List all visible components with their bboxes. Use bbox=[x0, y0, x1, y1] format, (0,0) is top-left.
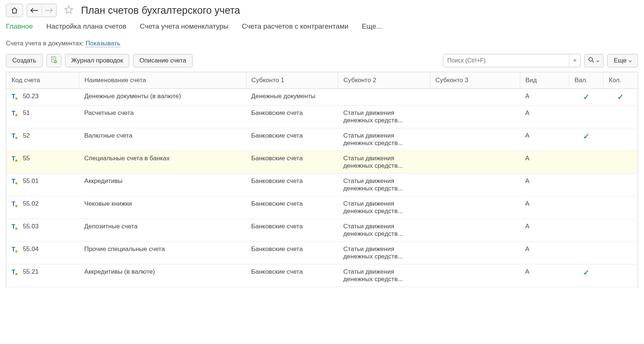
table-row[interactable]: Т55.01АккредитивыБанковские счетаСтатьи … bbox=[6, 174, 638, 196]
col-code[interactable]: Код счета bbox=[6, 72, 79, 89]
cell-qty bbox=[603, 106, 638, 128]
more-button[interactable]: Еще bbox=[607, 54, 638, 67]
accounts-table: Код счета Наименование счета Субконто 1 … bbox=[6, 72, 638, 287]
col-sub1[interactable]: Субконто 1 bbox=[246, 72, 338, 89]
col-val[interactable]: Вал. bbox=[569, 72, 603, 89]
journal-button[interactable]: Журнал проводок bbox=[65, 54, 130, 67]
close-icon: × bbox=[573, 57, 577, 64]
cell-sub3 bbox=[430, 196, 520, 219]
account-t-icon: Т bbox=[12, 224, 17, 230]
arrow-right-icon bbox=[45, 7, 53, 13]
cell-kind: А bbox=[520, 242, 569, 264]
cell-code: 55.03 bbox=[23, 223, 39, 230]
chevron-down-icon bbox=[596, 57, 599, 64]
cell-code: 51 bbox=[23, 109, 30, 117]
cell-kind: А bbox=[520, 174, 569, 196]
cell-sub1: Банковские счета bbox=[246, 264, 338, 287]
account-t-icon: Т bbox=[12, 93, 17, 100]
show-in-documents-link[interactable]: Показывать bbox=[85, 40, 120, 47]
cell-qty bbox=[603, 219, 638, 242]
table-row[interactable]: Т55.03Депозитные счетаБанковские счетаСт… bbox=[6, 219, 638, 242]
cell-name: Валютные счета bbox=[79, 128, 246, 151]
account-t-icon: Т bbox=[12, 178, 17, 184]
copy-icon bbox=[51, 56, 57, 65]
cell-val bbox=[569, 174, 603, 196]
svg-point-2 bbox=[589, 57, 593, 61]
cell-val bbox=[569, 106, 603, 128]
cell-name: Прочие специальные счета bbox=[79, 242, 246, 264]
table-row[interactable]: Т51Расчетные счетаБанковские счетаСтатьи… bbox=[6, 106, 638, 128]
copy-button[interactable] bbox=[46, 54, 61, 67]
account-t-icon: Т bbox=[12, 246, 17, 253]
table-row[interactable]: Т52Валютные счетаБанковские счетаСтатьи … bbox=[6, 128, 638, 151]
cell-name: Чековые книжки bbox=[79, 196, 246, 219]
back-button[interactable] bbox=[27, 4, 42, 17]
tab-counterparty[interactable]: Счета расчетов с контрагентами bbox=[242, 22, 349, 32]
account-t-icon: Т bbox=[12, 269, 17, 275]
cell-sub3 bbox=[430, 128, 520, 151]
favorite-button[interactable] bbox=[62, 4, 75, 17]
cell-val: ✓ bbox=[569, 89, 603, 106]
cell-code: 55.02 bbox=[23, 200, 39, 208]
col-name[interactable]: Наименование счета bbox=[79, 72, 246, 89]
cell-kind: А bbox=[520, 196, 569, 219]
cell-code: 55.04 bbox=[23, 245, 39, 253]
more-label: Еще bbox=[614, 57, 627, 64]
cell-name: Аккредитивы (в валюте) bbox=[79, 264, 246, 287]
search-icon bbox=[588, 57, 594, 65]
col-kind[interactable]: Вид bbox=[520, 72, 569, 89]
table-row[interactable]: Т50.23Денежные документы (в валюте)Денеж… bbox=[6, 89, 638, 106]
cell-qty bbox=[603, 242, 638, 264]
star-icon bbox=[64, 4, 74, 17]
cell-val bbox=[569, 242, 603, 264]
cell-sub2: Статьи движения денежных средств... bbox=[338, 151, 430, 174]
cell-qty: ✓ bbox=[603, 89, 638, 106]
cell-sub2: Статьи движения денежных средств... bbox=[338, 264, 430, 287]
cell-sub1: Банковские счета bbox=[246, 174, 338, 196]
table-row[interactable]: Т55.04Прочие специальные счетаБанковские… bbox=[6, 242, 638, 264]
cell-sub2 bbox=[338, 89, 430, 106]
cell-sub3 bbox=[430, 89, 520, 106]
tab-bar: Главное Настройка плана счетов Счета уче… bbox=[6, 22, 638, 32]
checkmark-icon: ✓ bbox=[583, 132, 590, 141]
cell-qty bbox=[603, 196, 638, 219]
cell-sub3 bbox=[430, 219, 520, 242]
search-button[interactable] bbox=[584, 54, 603, 67]
account-description-button[interactable]: Описание счета bbox=[133, 54, 192, 67]
cell-qty bbox=[603, 174, 638, 196]
toolbar: Создать Журнал проводок Описание счета × bbox=[6, 54, 638, 67]
cell-sub2: Статьи движения денежных средств... bbox=[338, 242, 430, 264]
tab-main[interactable]: Главное bbox=[6, 22, 33, 32]
create-button[interactable]: Создать bbox=[6, 54, 43, 67]
home-button[interactable] bbox=[6, 4, 23, 17]
cell-val bbox=[569, 219, 603, 242]
cell-sub1: Банковские счета bbox=[246, 242, 338, 264]
search-box: × bbox=[443, 54, 580, 67]
checkmark-icon: ✓ bbox=[583, 268, 590, 277]
table-row[interactable]: Т55.21Аккредитивы (в валюте)Банковские с… bbox=[6, 264, 638, 287]
cell-kind: А bbox=[520, 264, 569, 287]
col-sub3[interactable]: Субконто 3 bbox=[430, 72, 520, 89]
tab-setup[interactable]: Настройка плана счетов bbox=[46, 22, 126, 32]
tab-nomenclature[interactable]: Счета учета номенклатуры bbox=[140, 22, 229, 32]
cell-code: 55.01 bbox=[23, 177, 39, 185]
table-row[interactable]: Т55Специальные счета в банкахБанковские … bbox=[6, 151, 638, 174]
search-clear-button[interactable]: × bbox=[569, 54, 580, 67]
forward-button[interactable] bbox=[42, 4, 56, 17]
page-title: План счетов бухгалтерского учета bbox=[81, 5, 240, 16]
cell-sub1: Денежные документы bbox=[246, 89, 338, 106]
back-forward-group bbox=[27, 4, 56, 17]
col-sub2[interactable]: Субконто 2 bbox=[338, 72, 430, 89]
search-input[interactable] bbox=[443, 54, 569, 67]
cell-sub3 bbox=[430, 151, 520, 174]
cell-code: 55 bbox=[23, 155, 30, 162]
table-row[interactable]: Т55.02Чековые книжкиБанковские счетаСтат… bbox=[6, 196, 638, 219]
cell-sub3 bbox=[430, 106, 520, 128]
cell-sub1: Банковские счета bbox=[246, 128, 338, 151]
account-t-icon: Т bbox=[12, 155, 17, 162]
home-icon bbox=[11, 7, 18, 14]
account-t-icon: Т bbox=[12, 110, 17, 116]
col-qty[interactable]: Кол. bbox=[603, 72, 638, 89]
tab-more[interactable]: Еще... bbox=[362, 22, 382, 32]
cell-sub2: Статьи движения денежных средств... bbox=[338, 128, 430, 151]
